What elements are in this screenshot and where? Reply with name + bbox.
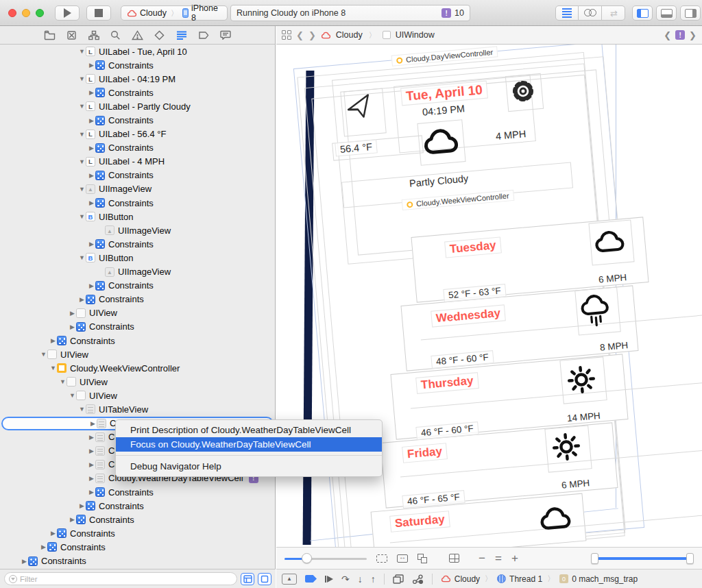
disclosure-closed-icon[interactable]: ▶ — [88, 172, 95, 179]
disclosure-closed-icon[interactable]: ▶ — [88, 461, 95, 468]
disclosure-closed-icon[interactable]: ▶ — [88, 448, 95, 454]
sun-icon[interactable] — [563, 361, 600, 398]
tree-row[interactable]: ▶UIView — [0, 306, 275, 320]
tree-row[interactable]: ▼LUILabel - 56.4 °F — [0, 127, 275, 141]
tree-row[interactable]: ▶Constraints — [0, 499, 275, 513]
disclosure-closed-icon[interactable]: ▶ — [88, 117, 95, 124]
tree-row[interactable]: ▼LUILabel - Partly Cloudy — [0, 99, 275, 113]
tree-row[interactable]: ▼UIView — [0, 375, 275, 389]
disclosure-closed-icon[interactable]: ▶ — [69, 310, 76, 317]
disclosure-closed-icon[interactable]: ▶ — [49, 337, 57, 344]
zoom-in-button[interactable]: + — [511, 552, 518, 565]
tree-row[interactable]: ▶Constraints — [0, 485, 275, 499]
tree-row[interactable]: ▶Constraints — [0, 526, 275, 540]
disclosure-open-icon[interactable]: ▼ — [78, 103, 86, 110]
tree-row[interactable]: ▶Constraints — [0, 334, 275, 347]
cloud-icon[interactable] — [420, 123, 461, 160]
tree-row[interactable]: ▴UIImageView — [0, 265, 275, 279]
tree-row[interactable]: ▼UIView — [0, 389, 275, 402]
rain-icon[interactable] — [578, 291, 612, 330]
disclosure-closed-icon[interactable]: ▶ — [88, 489, 95, 495]
disclosure-open-icon[interactable]: ▼ — [78, 131, 86, 138]
tree-row[interactable]: ▼LUILabel - 4 MPH — [0, 155, 275, 169]
disclosure-closed-icon[interactable]: ▶ — [69, 516, 76, 523]
tree-row[interactable]: ▼UITableView — [0, 402, 275, 416]
disclosure-closed-icon[interactable]: ▶ — [88, 241, 95, 247]
stop-button[interactable] — [86, 5, 111, 21]
run-button[interactable] — [55, 5, 80, 21]
toggle-debug-area-button[interactable] — [656, 5, 677, 21]
menu-item[interactable]: Focus on Cloudy.WeatherDayTableViewCell — [116, 437, 382, 452]
canvas-appearance-button[interactable] — [449, 554, 459, 563]
navigator-tab-project-icon[interactable] — [44, 29, 56, 41]
disclosure-open-icon[interactable]: ▼ — [78, 406, 86, 413]
navigator-tab-report-icon[interactable] — [219, 29, 232, 41]
depth-range-slider[interactable] — [591, 553, 694, 564]
minimize-window-button[interactable] — [22, 9, 30, 17]
forward-button[interactable]: ❯ — [308, 30, 316, 40]
toggle-inspector-button[interactable] — [680, 5, 701, 21]
navigator-tab-breakpoint-icon[interactable] — [197, 29, 210, 41]
view-mode-button[interactable] — [417, 554, 427, 563]
disclosure-closed-icon[interactable]: ▶ — [88, 89, 95, 96]
previous-issue-button[interactable]: ❮ — [664, 30, 671, 40]
navigator-tab-issue-icon[interactable] — [132, 29, 144, 41]
zoom-out-button[interactable]: − — [479, 552, 485, 565]
show-constraints-button[interactable] — [397, 554, 408, 563]
standard-editor-button[interactable] — [555, 5, 579, 21]
show-clipped-content-button[interactable] — [376, 554, 387, 563]
zoom-fit-button[interactable]: = — [495, 552, 502, 565]
issue-badge-icon[interactable]: ! — [441, 8, 451, 18]
navigator-tab-symbol-icon[interactable] — [88, 29, 100, 41]
tree-row[interactable]: ▼BUIButton — [0, 210, 275, 223]
navigator-tab-debug-icon[interactable] — [176, 29, 188, 41]
tree-row[interactable]: ▶Constraints — [0, 86, 275, 99]
toggle-navigator-button[interactable] — [632, 5, 653, 21]
zoom-window-button[interactable] — [36, 9, 44, 17]
disclosure-closed-icon[interactable]: ▶ — [88, 145, 95, 151]
sun-icon[interactable] — [548, 428, 585, 465]
tree-row[interactable]: ▶Constraints — [0, 237, 275, 251]
disclosure-closed-icon[interactable]: ▶ — [88, 434, 95, 441]
disclosure-closed-icon[interactable]: ▶ — [88, 199, 95, 206]
tree-row[interactable]: ▼LUILabel - Tue, April 10 — [0, 45, 275, 58]
disclosure-open-icon[interactable]: ▼ — [40, 351, 47, 358]
close-window-button[interactable] — [8, 9, 16, 17]
disclosure-open-icon[interactable]: ▼ — [78, 213, 86, 220]
filter-input[interactable]: Filter — [4, 572, 237, 585]
spacing-slider[interactable] — [285, 553, 367, 564]
tree-row[interactable]: ▼LUILabel - 04:19 PM — [0, 72, 275, 86]
cloud-icon[interactable] — [537, 501, 574, 535]
scheme-selector[interactable]: Cloudy 〉 iPhone 8 — [121, 5, 228, 21]
disclosure-closed-icon[interactable]: ▶ — [21, 558, 28, 565]
tree-row[interactable]: ▶Constraints — [0, 169, 275, 182]
tree-row[interactable]: ▼Cloudy.WeekViewController — [0, 361, 275, 375]
disclosure-closed-icon[interactable]: ▶ — [69, 323, 76, 330]
disclosure-open-icon[interactable]: ▼ — [78, 75, 86, 82]
navigator-tab-test-icon[interactable] — [154, 29, 166, 41]
step-over-button[interactable]: ↷ — [341, 574, 350, 585]
tree-row[interactable]: ▼▴UIImageView — [0, 182, 275, 196]
disclosure-open-icon[interactable]: ▼ — [69, 392, 76, 399]
tree-row[interactable]: ▼UIView — [0, 347, 275, 361]
tree-row[interactable]: ▶Constraints — [0, 540, 275, 554]
version-editor-button[interactable]: ⇄ — [602, 5, 625, 21]
disclosure-open-icon[interactable]: ▼ — [49, 365, 57, 371]
tree-row[interactable]: ▴UIImageView — [0, 223, 275, 237]
jump-bar-app[interactable]: Cloudy — [336, 30, 363, 40]
tree-row[interactable]: ▼BUIButton — [0, 251, 275, 265]
tree-row[interactable]: ▶Constraints — [0, 293, 275, 306]
disclosure-closed-icon[interactable]: ▶ — [78, 296, 86, 303]
issue-badge-icon[interactable]: ! — [675, 30, 685, 40]
disclosure-closed-icon[interactable]: ▶ — [88, 282, 95, 289]
cloud-icon[interactable] — [592, 225, 627, 257]
related-items-icon[interactable] — [282, 30, 291, 40]
next-issue-button[interactable]: ❯ — [689, 30, 697, 40]
disclosure-open-icon[interactable]: ▼ — [78, 186, 86, 193]
disclosure-closed-icon[interactable]: ▶ — [78, 502, 86, 509]
disclosure-open-icon[interactable]: ▼ — [78, 254, 86, 261]
disclosure-open-icon[interactable]: ▼ — [59, 378, 66, 385]
tree-row[interactable]: ▶Constraints — [0, 554, 275, 567]
tree-row[interactable]: ▶Constraints — [0, 279, 275, 293]
tree-row[interactable]: ▶Constraints — [0, 513, 275, 526]
